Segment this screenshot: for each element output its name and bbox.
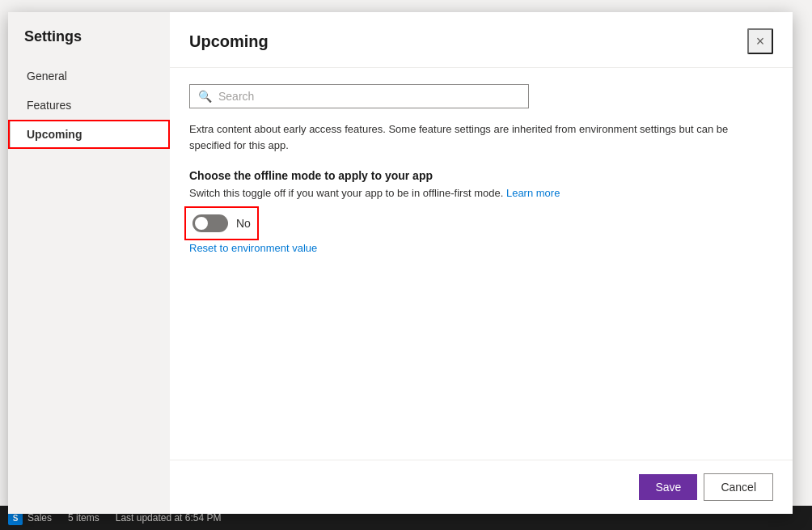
main-content: Upcoming × 🔍 Extra content about early a…	[170, 12, 793, 514]
last-updated-label: Last updated at 6:54 PM	[116, 512, 222, 524]
toggle-label: No	[236, 217, 251, 230]
setting-section-offline: Choose the offline mode to apply to your…	[189, 169, 773, 254]
reset-link[interactable]: Reset to environment value	[189, 242, 773, 254]
sidebar: Settings General Features Upcoming	[8, 12, 170, 514]
app-name: Sales	[27, 512, 52, 524]
status-last-updated: Last updated at 6:54 PM	[116, 512, 222, 524]
sidebar-item-label-general: General	[27, 70, 67, 83]
close-button[interactable]: ×	[747, 28, 773, 54]
setting-description-offline: Switch this toggle off if you want your …	[189, 185, 773, 201]
description-text: Extra content about early access feature…	[189, 121, 755, 153]
sidebar-item-general[interactable]: General	[8, 61, 170, 91]
content-footer: Save Cancel	[170, 460, 793, 514]
toggle-knob	[195, 217, 208, 230]
items-count-label: 5 items	[68, 512, 99, 524]
search-input[interactable]	[218, 90, 520, 103]
dialog-title: Upcoming	[189, 32, 269, 51]
sidebar-title: Settings	[8, 28, 170, 61]
toggle-row: No	[189, 211, 254, 235]
status-items-count: 5 items	[68, 512, 99, 524]
sidebar-item-label-upcoming: Upcoming	[27, 128, 82, 141]
offline-mode-toggle[interactable]	[192, 214, 228, 232]
sidebar-item-label-features: Features	[27, 99, 71, 112]
setting-description-text: Switch this toggle off if you want your …	[189, 187, 503, 199]
cancel-button[interactable]: Cancel	[704, 473, 773, 501]
content-header: Upcoming ×	[170, 12, 793, 68]
setting-title-offline: Choose the offline mode to apply to your…	[189, 169, 773, 182]
learn-more-link[interactable]: Learn more	[506, 187, 560, 199]
content-body: 🔍 Extra content about early access featu…	[170, 68, 793, 460]
sidebar-item-features[interactable]: Features	[8, 91, 170, 120]
search-icon: 🔍	[198, 90, 212, 103]
save-button[interactable]: Save	[639, 474, 697, 500]
sidebar-item-upcoming[interactable]: Upcoming	[8, 120, 170, 149]
search-box: 🔍	[189, 84, 529, 108]
settings-panel: Settings General Features Upcoming Upcom…	[8, 12, 793, 514]
